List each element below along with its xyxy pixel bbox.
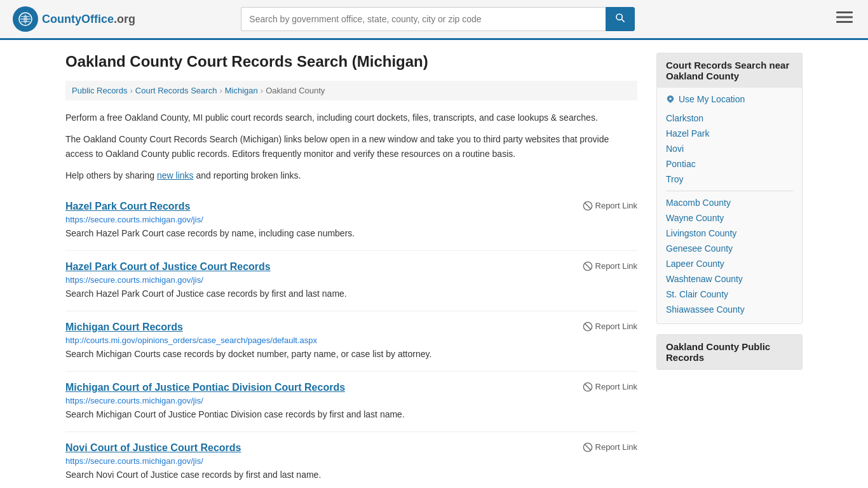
description-2: The Oakland County Court Records Search … xyxy=(65,132,637,161)
svg-line-18 xyxy=(585,444,590,450)
sidebar-county-link[interactable]: Genesee County xyxy=(666,241,793,256)
report-link-label: Report Link xyxy=(595,261,637,271)
sidebar-county-link[interactable]: Shiawassee County xyxy=(666,302,793,317)
use-my-location[interactable]: Use My Location xyxy=(666,94,793,104)
result-header: Hazel Park Court Records Report Link xyxy=(65,201,637,212)
result-item: Hazel Park Court of Justice Court Record… xyxy=(65,251,637,311)
breadcrumb-public-records[interactable]: Public Records xyxy=(72,86,127,95)
result-title[interactable]: Hazel Park Court of Justice Court Record… xyxy=(65,261,271,273)
breadcrumb: Public Records › Court Records Search › … xyxy=(65,81,637,100)
results-list: Hazel Park Court Records Report Link htt… xyxy=(65,191,637,488)
svg-point-20 xyxy=(669,98,672,100)
report-link[interactable]: Report Link xyxy=(583,442,637,452)
svg-line-12 xyxy=(585,263,590,269)
sidebar-city-link[interactable]: Hazel Park xyxy=(666,126,793,141)
sidebar-public-records-title: Oakland County Public Records xyxy=(657,335,802,369)
description-1: Perform a free Oakland County, MI public… xyxy=(65,111,637,125)
result-title[interactable]: Michigan Court Records xyxy=(65,322,183,333)
result-item: Novi Court of Justice Court Records Repo… xyxy=(65,432,637,488)
search-button[interactable] xyxy=(606,7,635,31)
result-item: Michigan Court of Justice Pontiac Divisi… xyxy=(65,372,637,432)
sidebar-county-link[interactable]: Livingston County xyxy=(666,226,793,241)
result-desc: Search Hazel Park Court case records by … xyxy=(65,227,637,240)
sidebar-cities: ClarkstonHazel ParkNoviPontiacTroy xyxy=(666,111,793,187)
sidebar-city-link[interactable]: Clarkston xyxy=(666,111,793,126)
report-link[interactable]: Report Link xyxy=(583,382,637,392)
result-item: Michigan Court Records Report Link http:… xyxy=(65,311,637,372)
sidebar-counties: Macomb CountyWayne CountyLivingston Coun… xyxy=(666,195,793,317)
breadcrumb-sep-1: › xyxy=(130,86,132,95)
svg-line-5 xyxy=(621,19,625,22)
breadcrumb-sep-3: › xyxy=(261,86,263,95)
report-link[interactable]: Report Link xyxy=(583,201,637,211)
use-my-location-label: Use My Location xyxy=(679,94,745,104)
result-url: https://secure.courts.michigan.gov/jis/ xyxy=(65,215,637,224)
new-links-link[interactable]: new links xyxy=(157,170,194,180)
search-container xyxy=(241,7,635,31)
result-header: Michigan Court Records Report Link xyxy=(65,322,637,333)
result-header: Michigan Court of Justice Pontiac Divisi… xyxy=(65,382,637,393)
sidebar-nearby-body: Use My Location ClarkstonHazel ParkNoviP… xyxy=(657,88,802,323)
svg-line-16 xyxy=(585,384,590,390)
site-logo[interactable]: CountyOffice.org xyxy=(13,6,135,32)
result-header: Hazel Park Court of Justice Court Record… xyxy=(65,261,637,273)
report-link-label: Report Link xyxy=(595,382,637,391)
svg-line-14 xyxy=(585,323,590,329)
sidebar-county-link[interactable]: Washtenaw County xyxy=(666,271,793,287)
site-header: CountyOffice.org xyxy=(0,0,868,40)
sidebar-divider xyxy=(666,191,793,191)
result-desc: Search Hazel Park Court of Justice case … xyxy=(65,287,637,301)
result-desc: Search Novi Court of Justice case record… xyxy=(65,468,637,482)
result-url: http://courts.mi.gov/opinions_orders/cas… xyxy=(65,336,637,345)
sidebar-county-link[interactable]: St. Clair County xyxy=(666,287,793,302)
svg-point-4 xyxy=(616,14,622,20)
sidebar-city-link[interactable]: Novi xyxy=(666,141,793,156)
result-url: https://secure.courts.michigan.gov/jis/ xyxy=(65,396,637,405)
page-container: Oakland County Court Records Search (Mic… xyxy=(53,40,815,488)
sidebar-nearby-section: Court Records Search near Oakland County… xyxy=(656,53,803,324)
result-item: Hazel Park Court Records Report Link htt… xyxy=(65,191,637,251)
sidebar: Court Records Search near Oakland County… xyxy=(656,53,803,488)
report-link-label: Report Link xyxy=(595,442,637,452)
sidebar-county-link[interactable]: Macomb County xyxy=(666,195,793,210)
breadcrumb-michigan[interactable]: Michigan xyxy=(225,86,258,95)
report-link[interactable]: Report Link xyxy=(583,322,637,332)
sidebar-nearby-title: Court Records Search near Oakland County xyxy=(657,53,802,88)
svg-line-10 xyxy=(585,203,590,208)
result-url: https://secure.courts.michigan.gov/jis/ xyxy=(65,456,637,466)
breadcrumb-oakland-county: Oakland County xyxy=(266,86,325,95)
result-header: Novi Court of Justice Court Records Repo… xyxy=(65,442,637,454)
result-url: https://secure.courts.michigan.gov/jis/ xyxy=(65,275,637,285)
report-link-label: Report Link xyxy=(595,322,637,331)
breadcrumb-sep-2: › xyxy=(219,86,222,95)
result-desc: Search Michigan Court of Justice Pontiac… xyxy=(65,408,637,421)
page-title: Oakland County Court Records Search (Mic… xyxy=(65,53,637,71)
search-input[interactable] xyxy=(241,7,606,31)
sidebar-public-records-section: Oakland County Public Records xyxy=(656,334,803,370)
report-link[interactable]: Report Link xyxy=(583,261,637,271)
breadcrumb-court-records-search[interactable]: Court Records Search xyxy=(135,86,217,95)
description-3: Help others by sharing new links and rep… xyxy=(65,168,637,182)
menu-button[interactable] xyxy=(834,6,855,32)
sidebar-county-link[interactable]: Wayne County xyxy=(666,210,793,226)
result-desc: Search Michigan Courts case records by d… xyxy=(65,348,637,361)
sidebar-county-link[interactable]: Lapeer County xyxy=(666,256,793,271)
logo-icon xyxy=(13,6,38,32)
logo-text: CountyOffice.org xyxy=(42,13,135,26)
sidebar-city-link[interactable]: Pontiac xyxy=(666,156,793,172)
svg-rect-8 xyxy=(836,21,853,23)
result-title[interactable]: Michigan Court of Justice Pontiac Divisi… xyxy=(65,382,345,393)
result-title[interactable]: Hazel Park Court Records xyxy=(65,201,191,212)
sidebar-city-link[interactable]: Troy xyxy=(666,172,793,187)
main-content: Oakland County Court Records Search (Mic… xyxy=(65,53,637,488)
svg-rect-7 xyxy=(836,17,853,18)
svg-rect-6 xyxy=(836,11,853,13)
report-link-label: Report Link xyxy=(595,201,637,210)
result-title[interactable]: Novi Court of Justice Court Records xyxy=(65,442,241,454)
